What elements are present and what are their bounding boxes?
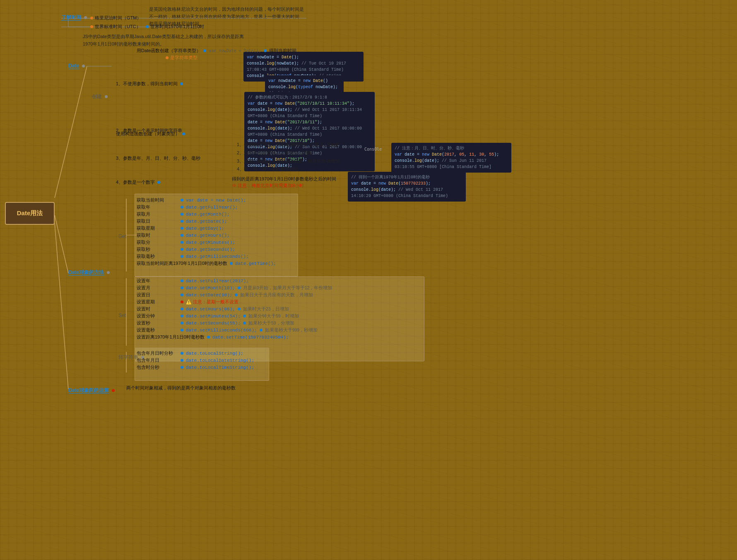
console-hint: ConsOle xyxy=(364,147,382,151)
set-minutes-row: 设置分钟 date.setMinutes(54); 如果分钟大于59，时增加 xyxy=(137,312,332,320)
utc-node: 世界标准时间（UTC） 世界时间1970年1月1日0时 xyxy=(90,24,204,30)
get-month-row: 获取月 date.getMonth(); xyxy=(137,211,276,218)
var-nowdate-func: 用Date函数创建（字符串类型） var nowDate = Date(); 得… xyxy=(137,48,296,54)
gmt-node: 格里尼治时间（GTM） xyxy=(90,15,141,21)
date-methods-label: Date对象的方法 xyxy=(68,269,110,276)
warn-beijing-node: ※ 注意：神差北京时间需要加8小时 xyxy=(232,183,304,189)
get-time-row: 获取当前时间距离1970年1月1日0时的毫秒数 date.getTime(); xyxy=(137,260,276,267)
get-ms-row: 获取毫秒 date.getMilliseconds(); xyxy=(137,253,276,260)
date-intro: JS中的Date类型是由早期Java.util.Date类型基础之上构建的，所以… xyxy=(83,33,244,48)
central-node: Date用法 xyxy=(5,202,55,225)
svg-line-1 xyxy=(55,215,68,273)
code-block-4: // 注意：月、日、时、分、秒、毫秒 var date = new Date(2… xyxy=(391,143,511,173)
set-seconds-row: 设置秒 date.setSeconds(55); 如果秒大于59，分增加 xyxy=(137,320,332,327)
mindmap-container: 是英国伦敦格林尼治天文台的时间，因为地球自转的问题，每个时区的时间是 不一样的，… xyxy=(0,0,737,560)
with-number-node: 4、参数是一个数字 xyxy=(116,179,160,185)
rules-box: 1、年是必须写的，月是从0开始的，日是从1开始的 2、如果月份超过11，则年份自… xyxy=(237,141,340,173)
date-calc-desc: 两个时间对象相减，得到的是两个对象间相差的毫秒数 xyxy=(126,385,236,391)
use-constructor-node: 使用构造函数创建（对象类型） xyxy=(116,131,185,137)
svg-line-2 xyxy=(55,224,68,389)
set-label: Set xyxy=(118,312,126,318)
get-day-row: 获取星期 date.getDay(); xyxy=(137,225,276,232)
create-node: 创建 xyxy=(92,93,108,100)
tolocal-row: 包含年月日时分秒 date.toLocalString(); xyxy=(137,350,254,357)
set-month-row: 设置月 date.setMonth(10); 月是从0开始，如果月大于等于12，… xyxy=(137,284,332,291)
set-time-row: 设置距离1970年1月1日0时毫秒数 date.setTime(15077032… xyxy=(137,334,332,341)
with-ymdhms-node: 3、参数是年、月、日、时、分、秒、毫秒 xyxy=(116,155,200,161)
tolocaltime-row: 包含时分秒 date.toLocalTimeString(); xyxy=(137,364,254,371)
get-seconds-row: 获取秒 date.getSeconds(); xyxy=(137,246,276,253)
get-minutes-row: 获取分 date.getMinutes(); xyxy=(137,239,276,246)
liaojieshijian-node: 了解时间 xyxy=(61,14,87,21)
tolocaldate-row: 包含年月日 date.toLocalDateString(); xyxy=(137,357,254,364)
set-methods: 设置年 date.setFullYear(2017); 设置月 date.set… xyxy=(137,277,332,341)
get-year-row: 获取年 date.getFullYear(); xyxy=(137,204,276,211)
set-hours-row: 设置时 date.setHours(08); 如果时大于23，日增加 xyxy=(137,305,332,312)
date-node: Date xyxy=(68,63,85,69)
get-methods: 获取当前时间 var date = new Date(); 获取年 date.g… xyxy=(137,197,276,267)
get-label: Get xyxy=(118,233,126,239)
no-param-node: 1、不使用参数，得到当前时间 xyxy=(116,81,183,87)
date-calc-label: Date对象间的运算 xyxy=(68,387,115,394)
number-desc-node: 得到的是距离1970年1月1日0时参数毫秒之后的时间 xyxy=(232,176,336,182)
set-date-row: 设置日 date.setDate(10); 如果日大于当月应有的天数，月增加 xyxy=(137,291,332,298)
tostring-methods: 包含年月日时分秒 date.toLocalString(); 包含年月日 dat… xyxy=(137,350,254,371)
get-date-row: 获取日 date.getDate(); xyxy=(137,218,276,225)
is-string-node: 是字符串类型 xyxy=(166,55,197,61)
get-current-row: 获取当前时间 var date = new Date(); xyxy=(137,197,276,204)
set-ms-row: 设置毫秒 date.setMilliseconds(666); 如果毫秒大于99… xyxy=(137,327,332,334)
svg-line-0 xyxy=(55,66,87,198)
get-hours-row: 获取时 date.getHours(); xyxy=(137,232,276,239)
code-block-5: // 得到一个距离1970年1月1日0时的毫秒 var date = new D… xyxy=(348,172,466,202)
set-year-row: 设置年 date.setFullYear(2017); xyxy=(137,277,332,284)
set-day-row: 设置星期 ⚠️ 注意：星期一般不设置 xyxy=(137,298,332,305)
